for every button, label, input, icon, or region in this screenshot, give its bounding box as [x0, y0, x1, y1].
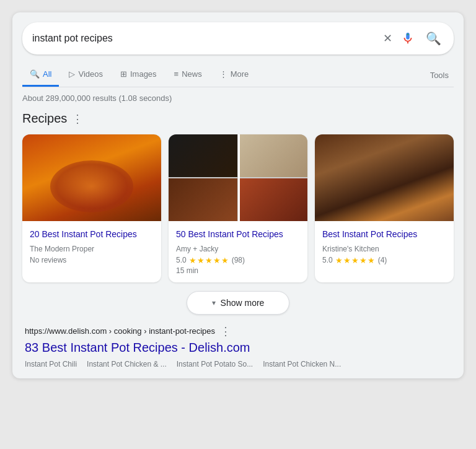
images-tab-icon: ⊞ [120, 69, 127, 79]
card-title-2: 50 Best Instant Pot Recipes [176, 229, 300, 241]
news-tab-label: News [182, 69, 202, 79]
tab-news[interactable]: ≡ News [167, 63, 209, 87]
recipe-cards: 20 Best Instant Pot Recipes The Modern P… [22, 134, 454, 282]
show-more-button[interactable]: ▾ Show more [187, 291, 290, 315]
result-title[interactable]: 83 Best Instant Pot Recipes - Delish.com [25, 341, 451, 355]
rating-count-2: (98) [232, 256, 245, 264]
card-content-1: 20 Best Instant Pot Recipes The Modern P… [22, 221, 161, 272]
all-tab-label: All [43, 69, 51, 79]
stars-2: ★★★★★ [189, 256, 229, 265]
recipe-card-1[interactable]: 20 Best Instant Pot Recipes The Modern P… [22, 134, 161, 282]
tabs-bar: 🔍 All ▷ Videos ⊞ Images ≡ News ⋮ More To… [22, 63, 454, 87]
recipe-card-3[interactable]: Best Instant Pot Recipes Kristine's Kitc… [315, 134, 454, 282]
result-snippets: Instant Pot Chili Instant Pot Chicken & … [25, 360, 451, 368]
card-image-1 [22, 134, 161, 221]
videos-tab-label: Videos [78, 69, 103, 79]
snippet-3[interactable]: Instant Pot Potato So... [177, 360, 253, 368]
more-tab-icon: ⋮ [219, 69, 227, 79]
search-result: https://www.delish.com › cooking › insta… [22, 325, 454, 368]
tab-all[interactable]: 🔍 All [22, 63, 59, 87]
tab-images[interactable]: ⊞ Images [113, 63, 164, 87]
show-more-container: ▾ Show more [22, 291, 454, 315]
snippet-4[interactable]: Instant Pot Chicken N... [263, 360, 341, 368]
card-image-2 [169, 134, 307, 221]
result-url-text: https://www.delish.com › cooking › insta… [25, 326, 215, 336]
search-button[interactable]: 🔍 [423, 28, 444, 48]
tab-videos[interactable]: ▷ Videos [61, 63, 110, 87]
show-more-label: Show more [221, 298, 265, 308]
card-title-3: Best Instant Pot Recipes [322, 229, 446, 241]
snippet-2[interactable]: Instant Pot Chicken & ... [87, 360, 167, 368]
rating-score-2: 5.0 [176, 256, 187, 264]
mic-button[interactable] [399, 29, 417, 48]
rating-count-3: (4) [378, 256, 387, 264]
news-tab-icon: ≡ [174, 69, 179, 79]
section-title-text: Recipes [22, 111, 67, 126]
section-menu-icon[interactable]: ⋮ [72, 112, 83, 126]
card-image-3 [315, 134, 454, 221]
main-container: ✕ 🔍 🔍 All ▷ Videos ⊞ Images ≡ [12, 12, 464, 378]
svg-point-0 [407, 33, 409, 35]
more-tab-label: More [231, 69, 249, 79]
images-tab-label: Images [130, 69, 157, 79]
recipe-card-2[interactable]: 50 Best Instant Pot Recipes Amy + Jacky … [169, 134, 307, 282]
section-title: Recipes ⋮ [22, 111, 454, 126]
tools-button[interactable]: Tools [425, 64, 454, 86]
result-menu-icon[interactable]: ⋮ [220, 325, 231, 338]
search-input[interactable] [32, 33, 377, 44]
search-icon: 🔍 [426, 31, 441, 46]
card-content-3: Best Instant Pot Recipes Kristine's Kitc… [315, 221, 454, 274]
card-source-3: Kristine's Kitchen [322, 245, 446, 253]
all-tab-icon: 🔍 [30, 69, 40, 79]
clear-button[interactable]: ✕ [383, 32, 392, 45]
mic-icon [401, 32, 415, 45]
result-url: https://www.delish.com › cooking › insta… [25, 325, 451, 338]
results-count: About 289,000,000 results (1.08 seconds) [22, 94, 454, 103]
card-title-1: 20 Best Instant Pot Recipes [30, 229, 154, 241]
card-source-2: Amy + Jacky [176, 245, 300, 253]
videos-tab-icon: ▷ [69, 69, 75, 79]
search-bar: ✕ 🔍 [22, 22, 454, 54]
rating-score-3: 5.0 [322, 256, 333, 264]
card-source-1: The Modern Proper [30, 245, 154, 253]
card-content-2: 50 Best Instant Pot Recipes Amy + Jacky … [169, 221, 307, 282]
chevron-down-icon: ▾ [212, 299, 216, 307]
card-no-reviews-1: No reviews [30, 256, 154, 264]
stars-3: ★★★★★ [335, 256, 376, 265]
clear-icon: ✕ [383, 32, 392, 45]
card-rating-3: 5.0 ★★★★★ (4) [322, 256, 446, 265]
card-time-2: 15 min [176, 266, 300, 275]
snippet-1[interactable]: Instant Pot Chili [25, 360, 77, 368]
card-rating-2: 5.0 ★★★★★ (98) [176, 256, 300, 265]
tab-more[interactable]: ⋮ More [212, 63, 257, 87]
